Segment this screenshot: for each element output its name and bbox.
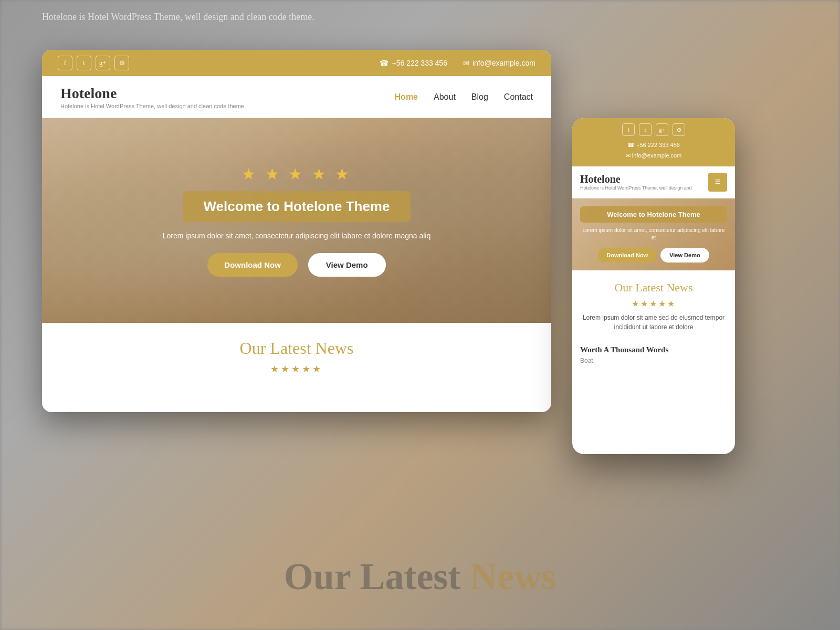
hero-title-box: Welcome to Hotelone Theme [183,191,411,222]
desktop-mockup: f t g+ ⊕ +56 222 333 456 info@example.co… [42,50,551,412]
mobile-hero-title-box: Welcome to Hotelone Theme [580,206,727,223]
email-icon [463,59,469,67]
mobile-rss-icon[interactable]: ⊕ [673,123,685,136]
nav-links: Home About Blog Contact [395,92,533,102]
twitter-icon[interactable]: t [77,56,91,70]
download-now-button[interactable]: Download Now [207,253,298,277]
bg-top-text: Hotelone is Hotel WordPress Theme, well … [42,12,314,23]
nav-about[interactable]: About [434,92,456,102]
mobile-news-heading: Our Latest News [580,281,727,295]
mobile-download-button[interactable]: Download Now [598,248,656,262]
mobile-news-stars: ★★★★★ [580,299,727,309]
mobile-news-section: Our Latest News ★★★★★ Lorem ipsum dolor … [572,270,735,375]
brand-logo: Hotelone Hotelone is Hotel WordPress The… [60,85,246,109]
desktop-news-section: Our Latest News ★★★★★ [42,323,551,385]
mobile-demo-button[interactable]: View Demo [660,248,709,262]
phone-info: +56 222 333 456 [380,59,447,67]
brand-name: Hotelone [60,85,246,102]
mobile-news-article: Worth A Thousand Words Boat. [580,345,727,364]
hero-subtitle: Lorem ipsum dolor sit amet, consectetur … [163,232,431,240]
desktop-news-stars: ★★★★★ [63,363,530,375]
article-title: Worth A Thousand Words [580,345,727,354]
phone-icon [380,59,388,67]
mobile-hero-buttons: Download Now View Demo [580,248,727,262]
mobile-brand-name: Hotelone [580,173,692,185]
nav-home[interactable]: Home [395,92,418,102]
brand-tagline: Hotelone is Hotel WordPress Theme, well … [60,103,246,109]
article-tag: Boat. [580,357,727,364]
facebook-icon[interactable]: f [58,56,72,70]
mobile-phone: ☎ +56 222 333 456 [580,140,727,151]
mobile-nav: Hotelone Hotelone is Hotel WordPress The… [572,166,735,198]
nav-contact[interactable]: Contact [504,92,533,102]
mobile-hero-text: Lorem ipsum dolor sit amet, consectetur … [580,227,727,242]
email-info: info@example.com [463,59,536,67]
mobile-mockup: f t g+ ⊕ ☎ +56 222 333 456 ✉ info@exampl… [572,118,735,454]
mobile-brand: Hotelone Hotelone is Hotel WordPress The… [580,173,692,191]
mobile-twitter-icon[interactable]: t [639,123,652,136]
bg-bottom-text: Our Latest News [284,555,556,598]
mobile-email: ✉ info@example.com [580,151,727,161]
mobile-contact-info: ☎ +56 222 333 456 ✉ info@example.com [580,140,727,161]
desktop-contact-info: +56 222 333 456 info@example.com [380,59,536,67]
hero-title: Welcome to Hotelone Theme [204,198,390,215]
googleplus-icon[interactable]: g+ [96,56,110,70]
rss-icon[interactable]: ⊕ [114,56,129,70]
mobile-hero-title: Welcome to Hotelone Theme [586,211,721,218]
mobile-news-description: Lorem ipsum dolor sit ame sed do eiusmod… [580,313,727,332]
desktop-nav: Hotelone Hotelone is Hotel WordPress The… [42,76,551,118]
desktop-social-icons: f t g+ ⊕ [58,56,129,70]
mobile-googleplus-icon[interactable]: g+ [656,123,668,136]
hamburger-menu-button[interactable]: ≡ [708,173,727,192]
view-demo-button[interactable]: View Demo [308,253,386,277]
nav-blog[interactable]: Blog [471,92,488,102]
hero-buttons: Download Now View Demo [207,253,385,277]
mobile-hero: Welcome to Hotelone Theme Lorem ipsum do… [572,198,735,270]
desktop-topbar: f t g+ ⊕ +56 222 333 456 info@example.co… [42,50,551,76]
desktop-news-heading: Our Latest News [63,339,530,358]
hero-stars: ★ ★ ★ ★ ★ [242,165,352,183]
mobile-topbar: f t g+ ⊕ ☎ +56 222 333 456 ✉ info@exampl… [572,118,735,166]
mobile-facebook-icon[interactable]: f [622,123,635,136]
desktop-hero: ★ ★ ★ ★ ★ Welcome to Hotelone Theme Lore… [42,118,551,323]
news-divider [580,340,727,340]
mobile-brand-tagline: Hotelone is Hotel WordPress Theme, well … [580,185,692,191]
mobile-social-icons: f t g+ ⊕ [580,123,727,136]
